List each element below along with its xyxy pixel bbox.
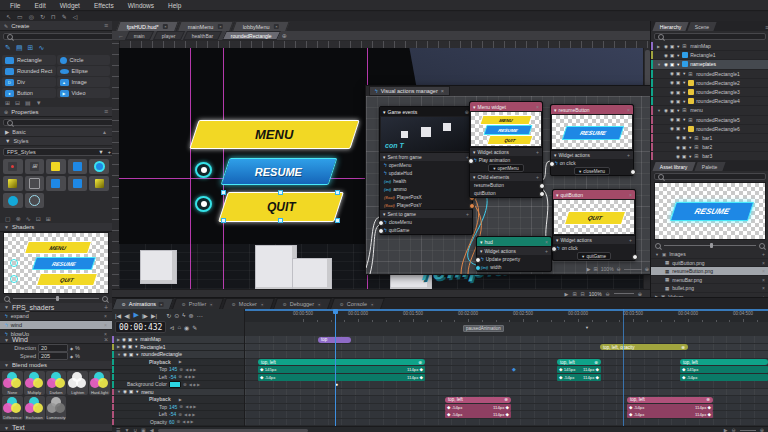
lock-icon[interactable]: ▣ [128, 344, 132, 349]
scene-cube[interactable] [140, 250, 177, 284]
breadcrumb-back-icon[interactable]: ← [118, 33, 124, 39]
lock-icon[interactable]: ▣ [682, 135, 686, 140]
pin-icon[interactable]: ▼ [682, 99, 686, 104]
add-shader-icon[interactable]: + [104, 304, 108, 311]
node-header[interactable]: ▾Game events⊛ [380, 107, 472, 116]
lock-icon[interactable]: ▣ [682, 145, 686, 150]
keyframe-nav[interactable]: ◀◆▶ [182, 419, 194, 424]
keyframe-nav[interactable]: ◀◆▶ [184, 374, 196, 379]
blend-mode-lighten[interactable]: Lighten [67, 371, 88, 395]
hierarchy-row-roundedRectangle2[interactable]: ◉▣▼roundedRectangle2 [651, 79, 768, 88]
close-icon[interactable]: × [762, 285, 765, 291]
track-left[interactable]: Left-54⊛◀◆▶ [112, 374, 244, 382]
eye-icon[interactable]: ◉ [670, 126, 674, 131]
gear-icon[interactable]: ⊛ [594, 360, 598, 365]
add-icon[interactable]: + [536, 149, 539, 155]
timeline-bar-topleft[interactable]: top, left [680, 359, 768, 365]
timeline-ruler[interactable]: 00:00:50000:01:00000:01:50000:02:00000:0… [245, 309, 768, 323]
node-section-header[interactable]: ▾Widget actions+ [477, 246, 551, 255]
expand-arrow[interactable]: ▼ [657, 108, 662, 113]
gear-icon[interactable]: ⊛ [183, 382, 187, 387]
track-value[interactable]: -54 [169, 374, 176, 380]
playhead-handle[interactable] [333, 309, 338, 314]
shader-item-expand[interactable]: ϟexpand× [0, 312, 112, 321]
track-value[interactable]: 145 [169, 404, 177, 410]
breadcrumb-item-main[interactable]: main [125, 31, 154, 40]
node-row-quitgame[interactable]: ▾quitGame [553, 252, 635, 260]
document-tab-mainMenu[interactable]: mainMenu× [177, 21, 233, 31]
lock-icon[interactable]: ▣ [676, 71, 680, 76]
close-icon[interactable]: × [441, 88, 444, 94]
hierarchy-row-roundedRectangle1[interactable]: ◉▣▼⊞roundedRectangle1 [651, 70, 768, 79]
lock-icon[interactable]: ▣ [676, 126, 680, 131]
add-icon[interactable]: + [629, 237, 632, 243]
bottom-tab-debugger[interactable]: ⊙Debugger× [273, 298, 332, 309]
menu-item-widget[interactable]: Widget [54, 1, 86, 10]
wind-section-header[interactable]: ▼Wind× [0, 336, 112, 344]
create-item-rectangle[interactable]: Rectangle [2, 55, 56, 65]
zoom-out-icon[interactable]: ⊖ [617, 266, 621, 272]
eye-icon[interactable]: ◉ [664, 44, 668, 49]
menu-item-help[interactable]: Help [162, 1, 187, 10]
color-swatch[interactable] [169, 381, 181, 388]
keyframe-diamond[interactable]: ◆ [506, 405, 509, 410]
keyframe-nav[interactable]: ◀◆▶ [189, 382, 201, 387]
blend-panel-header[interactable]: ▼Blend modes [0, 361, 112, 370]
secondary-playhead[interactable] [623, 309, 624, 426]
field-value-input[interactable]: 20 [38, 344, 68, 352]
close-icon[interactable]: × [762, 268, 765, 274]
asset-item-resumeButton-png[interactable]: ▦resumeButton.png× [651, 267, 768, 276]
keyframe-span[interactable]: ◆ 145px114px ◆ [557, 366, 601, 373]
audio-icon[interactable]: ⊲ [169, 324, 174, 331]
playhead[interactable] [335, 309, 336, 426]
loop-button[interactable]: ↻ [166, 312, 171, 319]
pin-icon[interactable]: ▲ [102, 129, 107, 135]
create-panel-header[interactable]: ✎Create≡ [0, 21, 112, 31]
keyframe-span[interactable]: ◆ -54px114px ◆ [557, 374, 601, 381]
breadcrumb-add-icon[interactable]: ⊕ [282, 32, 287, 39]
eye-icon[interactable]: ◉ [676, 135, 680, 140]
close-icon[interactable]: × [104, 322, 107, 328]
close-icon[interactable]: × [762, 260, 765, 266]
pen-tool[interactable]: ✎ [62, 13, 67, 20]
node-row-quitbutton[interactable]: quitButton [470, 189, 542, 197]
keyframe-span[interactable]: ◆ -54px114px ◆ [627, 411, 713, 418]
blend-mode-multiply[interactable]: Multiply [24, 371, 45, 395]
keyframe-diamond[interactable]: ◆ [708, 412, 711, 417]
keyframe-icon[interactable]: ◆ [70, 354, 73, 359]
properties-tool-0[interactable]: ▢ [5, 215, 11, 222]
scene-cube[interactable] [292, 258, 332, 289]
properties-tool-1[interactable]: ⊗ [16, 215, 21, 222]
keyframe-diamond[interactable]: ◆ [420, 367, 423, 372]
hierarchy-row-nameplates[interactable]: ▼◉▣▼nameplates [651, 60, 768, 69]
asset-group-images[interactable]: ▼▣Images+ [651, 250, 768, 259]
timeline-marker-row[interactable]: pausedAnimation▼ [245, 322, 768, 337]
timeline-grid[interactable]: toptop, left, opacity⊗top, left⊛top, lef… [245, 336, 768, 426]
style-swatch-grad-yellow[interactable] [89, 176, 109, 191]
selection-handle[interactable] [221, 218, 226, 223]
style-swatch-ring-blue[interactable] [89, 159, 109, 174]
step-forward-button[interactable]: |▶ [142, 312, 148, 319]
node-row-health[interactable]: (int)health [380, 177, 472, 185]
properties-tool-3[interactable]: ⊡ [36, 215, 41, 222]
window-title-tab[interactable]: ϟVisual actions manager× [369, 86, 450, 96]
play-icon[interactable]: ▶ [179, 397, 182, 402]
percent-icon[interactable]: % [75, 345, 80, 351]
gear-icon[interactable]: ⊛ [179, 404, 183, 409]
audio-tool[interactable]: ◁ [73, 13, 78, 20]
lock-icon[interactable]: ▣ [670, 44, 674, 49]
track-left[interactable]: Left-54⊛◀◆▶ [112, 411, 244, 419]
blend-mode-luminosity[interactable]: Luminosity [46, 396, 67, 420]
selection-handle[interactable] [278, 190, 283, 195]
grid-toggle-icon[interactable]: ⊞ [572, 291, 576, 297]
track-value[interactable]: -54 [169, 411, 176, 417]
menu-item-edit[interactable]: Edit [28, 1, 51, 10]
eye-icon[interactable]: ◉ [123, 389, 127, 394]
hierarchy-row-roundedRectangle6[interactable]: ◉▣▼roundedRectangle6 [651, 125, 768, 134]
bottom-tab-mocker[interactable]: ⊙Mocker× [222, 298, 275, 309]
node-row-openmenu[interactable]: ▾openMenu [470, 164, 542, 172]
zoom-in-icon[interactable]: ⊕ [638, 291, 642, 297]
node-row-quitgame[interactable]: ϟquitGame [380, 226, 472, 234]
node-header[interactable]: ▾quitButton× [553, 190, 635, 199]
dropdown-openMenu[interactable]: ▾openMenu [488, 164, 524, 172]
